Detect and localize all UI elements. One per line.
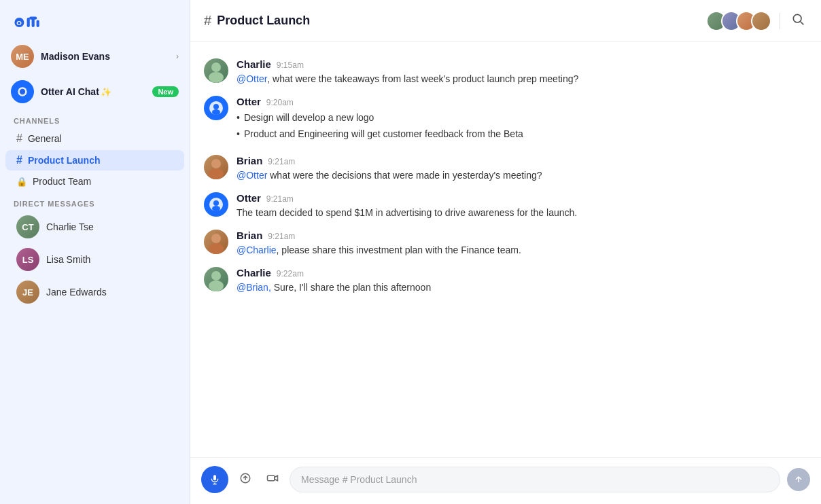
channel-name-product-team: Product Team: [33, 176, 91, 187]
sender-name: Brian: [237, 155, 262, 166]
avatar-lisa: LS: [16, 248, 39, 271]
message-time: 9:21am: [268, 157, 295, 166]
message-content: Brian 9:21am @Charlie, please share this…: [237, 230, 807, 257]
svg-point-21: [209, 243, 224, 254]
svg-point-7: [20, 89, 25, 94]
svg-point-11: [209, 72, 224, 83]
avatar-charlie: [204, 58, 228, 83]
user-profile[interactable]: ME Madison Evans ›: [0, 39, 190, 75]
message-time: 9:22am: [277, 269, 304, 278]
svg-rect-5: [29, 17, 37, 20]
messages-area: Charlie 9:15am @Otter, what were the tak…: [190, 42, 821, 457]
bullet-item: Product and Engineering will get custome…: [237, 126, 807, 143]
message-header: Charlie 9:15am: [237, 58, 807, 70]
avatar-brian: [204, 230, 228, 254]
svg-point-20: [211, 234, 221, 243]
dm-name-jane: Jane Edwards: [46, 287, 107, 298]
svg-point-13: [213, 104, 219, 109]
sparkle-icon: ✨: [101, 87, 111, 97]
dm-jane-edwards[interactable]: JE Jane Edwards: [5, 276, 184, 308]
microphone-button[interactable]: [201, 466, 228, 493]
mention-otter: @Otter: [237, 170, 267, 181]
upload-button[interactable]: [235, 469, 256, 490]
message-input-area: Message # Product Launch: [190, 457, 821, 504]
svg-point-23: [209, 281, 224, 291]
message-content: Charlie 9:22am @Brian, Sure, I'll share …: [237, 267, 807, 295]
message-row: Charlie 9:15am @Otter, what were the tak…: [204, 56, 807, 89]
dm-name-lisa: Lisa Smith: [46, 254, 90, 265]
message-content: Otter 9:20am Design will develop a new l…: [237, 96, 807, 145]
avatar-charlie: [204, 267, 228, 291]
sidebar-item-product-team[interactable]: 🔒 Product Team: [5, 172, 184, 191]
message-row: Otter 9:20am Design will develop a new l…: [204, 93, 807, 148]
sender-name: Charlie: [237, 58, 271, 70]
avatar-brian: [204, 155, 228, 179]
message-bullets: Design will develop a new logo Product a…: [237, 110, 807, 143]
new-badge: New: [152, 86, 179, 97]
avatar-otter: [204, 192, 228, 217]
bullet-item: Design will develop a new logo: [237, 110, 807, 126]
message-time: 9:21am: [266, 194, 294, 204]
hash-icon-active: #: [16, 154, 22, 166]
sender-name: Otter: [237, 192, 261, 204]
dm-name-charlie: Charlie Tse: [46, 221, 94, 232]
chevron-right-icon: ›: [176, 52, 179, 61]
svg-point-8: [793, 14, 801, 22]
svg-text:O: O: [16, 19, 22, 26]
svg-rect-2: [27, 18, 30, 27]
sidebar-item-general[interactable]: # General: [5, 128, 184, 149]
message-text: @Otter, what were the takeaways from las…: [237, 72, 807, 86]
message-row: Brian 9:21am @Charlie, please share this…: [204, 227, 807, 260]
svg-point-10: [211, 62, 221, 72]
sender-name: Brian: [237, 230, 262, 241]
mention-charlie: @Charlie: [237, 245, 277, 255]
svg-line-9: [801, 22, 804, 25]
user-avatar: ME: [11, 45, 34, 68]
message-text: The team decided to spend $1M in adverti…: [237, 206, 807, 220]
send-button[interactable]: [787, 468, 810, 491]
avatar-jane: JE: [16, 281, 39, 304]
avatar-otter: [204, 96, 228, 120]
message-content: Brian 9:21am @Otter what were the decisi…: [237, 155, 807, 183]
otter-ai-icon: [11, 80, 34, 103]
message-input[interactable]: Message # Product Launch: [290, 467, 780, 492]
svg-rect-4: [37, 20, 39, 28]
channel-name-general: General: [28, 133, 62, 144]
message-content: Otter 9:21am The team decided to spend $…: [237, 192, 807, 220]
svg-point-19: [212, 206, 220, 211]
message-time: 9:15am: [277, 60, 304, 70]
svg-point-15: [211, 159, 221, 168]
avatar-charlie-tse: CT: [16, 215, 39, 238]
channel-header: # Product Launch: [190, 0, 821, 42]
header-hash-icon: #: [204, 13, 211, 29]
sender-name: Otter: [237, 96, 261, 107]
main-content: # Product Launch Charlie: [190, 0, 821, 504]
sidebar-item-product-launch[interactable]: # Product Launch: [5, 150, 184, 170]
channels-section-label: Channels: [0, 109, 190, 128]
user-name: Madison Evans: [41, 51, 169, 62]
dm-charlie-tse[interactable]: CT Charlie Tse: [5, 211, 184, 242]
hash-icon: #: [16, 132, 22, 145]
message-content: Charlie 9:15am @Otter, what were the tak…: [237, 58, 807, 86]
search-button[interactable]: [788, 10, 807, 32]
channel-name-product-launch: Product Launch: [28, 155, 101, 166]
lock-icon: 🔒: [16, 177, 27, 187]
svg-rect-28: [268, 475, 275, 481]
svg-rect-24: [213, 475, 216, 480]
member-avatars: [706, 11, 771, 31]
dm-lisa-smith[interactable]: LS Lisa Smith: [5, 244, 184, 275]
input-placeholder: Message # Product Launch: [301, 474, 417, 485]
message-text: @Brian, Sure, I'll share the plan this a…: [237, 281, 807, 295]
mention-otter: @Otter: [237, 73, 267, 84]
svg-marker-29: [275, 475, 278, 481]
video-button[interactable]: [262, 469, 283, 490]
mention-brian: @Brian,: [237, 282, 271, 293]
message-header: Otter 9:21am: [237, 192, 807, 204]
message-text: @Charlie, please share this investment p…: [237, 243, 807, 257]
message-row: Brian 9:21am @Otter what were the decisi…: [204, 152, 807, 185]
header-left: # Product Launch: [204, 13, 310, 29]
message-header: Otter 9:20am: [237, 96, 807, 107]
sender-name: Charlie: [237, 267, 271, 278]
svg-point-18: [213, 200, 219, 206]
otter-ai-chat-item[interactable]: Otter AI Chat✨ New: [0, 75, 190, 109]
